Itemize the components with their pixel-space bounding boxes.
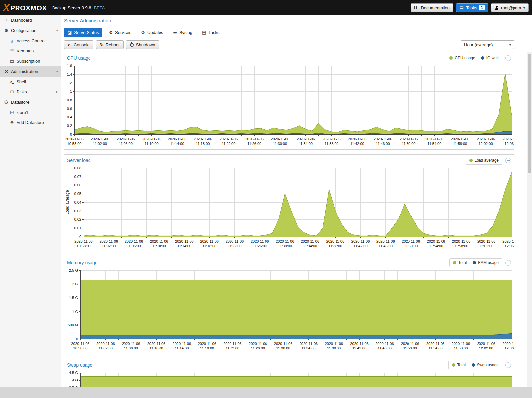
collapse-panel-button[interactable] (505, 362, 511, 368)
list-icon: ☰ (173, 30, 177, 35)
svg-text:2020-11-0611:30:00: 2020-11-0611:30:00 (276, 239, 294, 248)
charts-scroll-region: CPU usage CPU usage IO wait 00.20.40.60.… (64, 52, 514, 387)
tasks-button[interactable]: ▤ Tasks 1 (456, 3, 488, 12)
legend-color-dot (449, 56, 453, 60)
legend-item: Total (453, 260, 467, 265)
svg-text:2020-11-0611:54:00: 2020-11-0611:54:00 (427, 239, 445, 248)
chart-legend: Total RAM usage (449, 258, 502, 267)
documentation-button[interactable]: Documentation (411, 3, 453, 12)
user-label: root@pam (501, 5, 521, 10)
chevron-down-icon[interactable]: ▾ (56, 69, 58, 74)
tab-services[interactable]: ⚙ Services (105, 28, 135, 37)
chart-legend: Total Swap usage (448, 361, 502, 369)
scrollbar-thumb[interactable] (528, 54, 531, 173)
svg-text:2020-11-0611:02:00: 2020-11-0611:02:00 (96, 342, 115, 350)
sidebar-item-dashboard[interactable]: ◔ Dashboard (0, 15, 61, 25)
sidebar-item-label: Configuration (11, 28, 36, 33)
console-button[interactable]: >_ Console (64, 40, 93, 49)
server-load-panel: Server load Load average 00.010.020.030.… (64, 154, 514, 252)
sidebar-item-add-datastore[interactable]: ⊕ Add Datastore (0, 117, 61, 128)
tab-tasks[interactable]: ▤ Tasks (198, 28, 223, 37)
collapse-panel-button[interactable] (505, 55, 511, 61)
svg-text:0.02: 0.02 (74, 217, 81, 221)
sidebar-item-administration[interactable]: ⚒ Administration ▾ (0, 66, 61, 77)
subscription-icon: ▤ (9, 59, 15, 64)
svg-text:2020-11-0612:02:00: 2020-11-0612:02:00 (477, 137, 495, 146)
svg-text:2020-11-0611:30:00: 2020-11-0611:30:00 (274, 342, 292, 350)
gears-icon: ⚙ (3, 28, 9, 33)
svg-text:1.2: 1.2 (67, 81, 72, 85)
svg-text:2020-11-0611:54:00: 2020-11-0611:54:00 (426, 342, 444, 350)
beta-link[interactable]: BETA (94, 5, 105, 10)
database-icon: ⛁ (9, 110, 15, 115)
time-range-value: Hour (average) (464, 42, 493, 47)
sidebar-nav: ◔ Dashboard ⚙ Configuration ▾ ⚷ Access C… (0, 15, 61, 387)
collapse-panel-button[interactable] (505, 158, 511, 163)
chart-legend: Load average (466, 156, 502, 165)
sidebar-item-shell[interactable]: >_ Shell (0, 77, 61, 87)
tab-serverstatus[interactable]: ◪ ServerStatus (64, 28, 102, 37)
svg-text:2020-11-0611:34:00: 2020-11-0611:34:00 (301, 239, 319, 248)
documentation-label: Documentation (421, 5, 449, 10)
wrench-icon: ⚒ (3, 69, 9, 74)
legend-color-dot (481, 56, 484, 60)
sidebar-item-disks[interactable]: ⊟ Disks ▸ (0, 87, 61, 97)
sidebar-item-subscription[interactable]: ▤ Subscription (0, 56, 61, 66)
svg-text:500 M: 500 M (68, 323, 78, 327)
legend-color-dot (453, 261, 456, 264)
sidebar-item-datastore[interactable]: ⛁ Datastore (0, 97, 61, 107)
terminal-icon: >_ (68, 43, 71, 47)
remotes-icon: ☰ (9, 49, 15, 53)
time-range-select[interactable]: Hour (average) ▾ (461, 40, 514, 49)
legend-label: Swap usage (477, 363, 499, 367)
sidebar-item-label: Dashboard (11, 18, 32, 23)
vertical-scrollbar[interactable] (527, 52, 532, 387)
reboot-button[interactable]: ↻ Reboot (96, 40, 124, 49)
svg-text:2020-11-0611:30:00: 2020-11-0611:30:00 (271, 137, 289, 146)
sidebar-item-store1[interactable]: ⛁ store1 (0, 107, 61, 117)
product-name: Backup Server 0.9-6 (52, 5, 91, 10)
svg-text:2020-11-0612:02:00: 2020-11-0612:02:00 (477, 239, 495, 248)
svg-text:0.07: 0.07 (74, 175, 81, 179)
cpu-usage-chart: 00.20.40.60.811.21.41.62020-11-0610:58:0… (64, 64, 514, 149)
sidebar-item-access-control[interactable]: ⚷ Access Control (0, 36, 61, 46)
sidebar-item-remotes[interactable]: ☰ Remotes (0, 46, 61, 56)
svg-text:2020-11-0611:58:00: 2020-11-0611:58:00 (451, 137, 469, 146)
server-load-chart: 00.010.020.030.040.050.060.070.082020-11… (64, 166, 514, 252)
dashboard-icon: ◔ (3, 18, 9, 23)
legend-color-dot (469, 159, 473, 162)
svg-text:2020-11-0612:02:00: 2020-11-0612:02:00 (477, 342, 495, 350)
svg-text:2020-11-0611:26:00: 2020-11-0611:26:00 (251, 239, 269, 248)
user-menu-button[interactable]: root@pam ▾ (491, 3, 529, 12)
svg-text:2020-11-0611:14:00: 2020-11-0611:14:00 (168, 137, 186, 146)
tab-syslog[interactable]: ☰ Syslog (169, 28, 196, 37)
tab-updates[interactable]: ⟳ Updates (138, 28, 167, 37)
collapse-panel-button[interactable] (505, 260, 511, 266)
legend-label: IO wait (486, 56, 499, 60)
svg-text:2020-11-0611:58:00: 2020-11-0611:58:00 (452, 239, 470, 248)
svg-text:2020-11-0611:38:00: 2020-11-0611:38:00 (322, 137, 340, 146)
tab-bar: ◪ ServerStatus ⚙ Services ⟳ Updates ☰ Sy… (64, 28, 223, 37)
sidebar-item-label: store1 (17, 110, 28, 115)
legend-label: Total (458, 260, 467, 265)
header-actions: Documentation ▤ Tasks 1 root@pam ▾ (411, 3, 529, 12)
terminal-icon: >_ (9, 80, 15, 83)
sidebar-item-configuration[interactable]: ⚙ Configuration ▾ (0, 25, 61, 36)
svg-text:2020-11-0611:42:00: 2020-11-0611:42:00 (351, 239, 370, 248)
legend-item: CPU usage (449, 56, 475, 60)
console-label: Console (74, 42, 89, 47)
svg-text:1.5 G: 1.5 G (69, 296, 78, 300)
svg-text:0: 0 (70, 132, 72, 136)
svg-text:2020-11-0611:14:00: 2020-11-0611:14:00 (175, 239, 193, 248)
shutdown-button[interactable]: Shutdown (126, 40, 159, 49)
chevron-down-icon[interactable]: ▾ (56, 28, 58, 33)
svg-text:2020-11-0611:22:00: 2020-11-0611:22:00 (220, 137, 238, 146)
tasks-icon: ▤ (460, 5, 464, 10)
disks-icon: ⊟ (9, 89, 15, 94)
book-icon (414, 6, 418, 9)
brand-name: PROXMOX (10, 4, 47, 11)
chevron-right-icon[interactable]: ▸ (56, 90, 58, 94)
legend-item: Swap usage (472, 363, 499, 367)
tab-label: Tasks (208, 30, 219, 35)
sidebar-item-label: Datastore (11, 100, 29, 105)
